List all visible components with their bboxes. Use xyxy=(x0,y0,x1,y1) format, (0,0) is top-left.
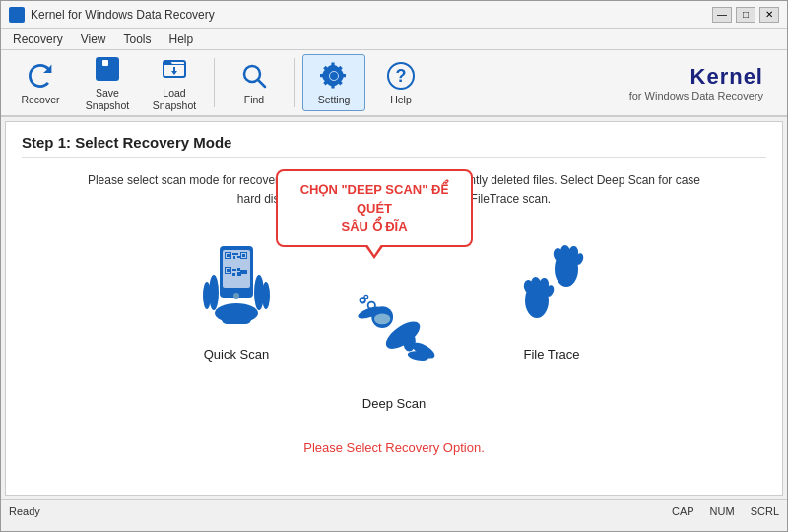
quick-scan-option[interactable]: Quick Scan xyxy=(187,238,286,362)
svg-rect-2 xyxy=(102,60,108,66)
svg-line-6 xyxy=(258,80,265,87)
scrl-indicator: SCRL xyxy=(751,505,779,517)
toolbar-separator-2 xyxy=(294,58,295,107)
file-trace-option[interactable]: File Trace xyxy=(502,238,601,362)
main-content: Step 1: Select Recovery Mode Please sele… xyxy=(5,121,783,496)
load-snapshot-button[interactable]: Load Snapshot xyxy=(143,54,206,111)
file-trace-label: File Trace xyxy=(523,347,579,362)
load-snapshot-icon xyxy=(159,53,190,85)
menu-tools[interactable]: Tools xyxy=(115,31,159,48)
svg-rect-21 xyxy=(232,253,235,255)
svg-rect-3 xyxy=(99,71,115,78)
load-snapshot-label: Load Snapshot xyxy=(146,87,203,111)
svg-point-7 xyxy=(330,72,338,80)
deep-scan-label: Deep Scan xyxy=(362,396,426,411)
quick-scan-label: Quick Scan xyxy=(204,347,269,362)
help-label: Help xyxy=(390,94,412,106)
status-ready: Ready xyxy=(9,505,40,517)
find-icon xyxy=(238,60,270,92)
brand: Kernel for Windows Data Recovery xyxy=(629,64,779,101)
toolbar-separator-1 xyxy=(214,58,215,107)
recover-button[interactable]: Recover xyxy=(9,54,72,111)
window-controls: — □ ✕ xyxy=(712,7,779,23)
save-snapshot-label: Save Snapshot xyxy=(79,87,136,111)
deep-scan-option[interactable]: CHỌN "DEEP SCAN" ĐỂ QUÉTSÂU Ổ ĐĨA xyxy=(345,288,443,411)
find-button[interactable]: Find xyxy=(223,54,286,111)
setting-icon xyxy=(318,60,350,92)
setting-label: Setting xyxy=(318,94,351,106)
save-snapshot-button[interactable]: Save Snapshot xyxy=(76,54,139,111)
minimize-button[interactable]: — xyxy=(712,7,732,23)
menu-recovery[interactable]: Recovery xyxy=(5,31,71,48)
svg-rect-20 xyxy=(227,269,230,272)
recover-icon xyxy=(25,60,56,92)
file-trace-icon xyxy=(502,238,601,337)
svg-point-46 xyxy=(364,295,368,299)
cap-indicator: CAP xyxy=(672,505,694,517)
toolbar: Recover Save Snapshot xyxy=(1,50,787,117)
svg-rect-14 xyxy=(227,254,230,257)
svg-text:?: ? xyxy=(396,66,407,86)
title-bar: Kernel for Windows Data Recovery — □ ✕ xyxy=(1,1,787,29)
menu-help[interactable]: Help xyxy=(162,31,202,48)
maximize-button[interactable]: □ xyxy=(736,7,755,23)
svg-rect-27 xyxy=(240,270,247,274)
svg-rect-28 xyxy=(232,273,235,276)
app-icon xyxy=(9,7,25,23)
find-label: Find xyxy=(244,94,264,106)
save-snapshot-icon xyxy=(92,53,123,85)
svg-point-39 xyxy=(374,313,390,324)
menu-view[interactable]: View xyxy=(73,31,114,48)
svg-rect-24 xyxy=(237,256,240,258)
svg-point-33 xyxy=(203,282,211,309)
quick-scan-icon xyxy=(187,238,286,337)
status-right: CAP NUM SCRL xyxy=(672,505,779,517)
svg-rect-26 xyxy=(237,268,240,271)
bubble-text: CHỌN "DEEP SCAN" ĐỂ QUÉTSÂU Ổ ĐĨA xyxy=(300,182,449,233)
scan-options: Quick Scan CHỌN "DEEP SCAN" ĐỂ QUÉTSÂU Ổ… xyxy=(22,238,766,411)
brand-name: Kernel xyxy=(629,64,763,90)
svg-rect-29 xyxy=(237,272,241,276)
svg-rect-25 xyxy=(232,269,236,271)
svg-rect-22 xyxy=(235,253,238,255)
recover-label: Recover xyxy=(21,94,59,106)
svg-rect-36 xyxy=(222,312,251,324)
status-message: Please Select Recovery Option. xyxy=(22,440,766,455)
svg-rect-17 xyxy=(242,254,245,257)
svg-rect-23 xyxy=(233,256,235,259)
brand-subtitle: for Windows Data Recovery xyxy=(629,90,763,101)
app-title: Kernel for Windows Data Recovery xyxy=(31,8,215,22)
help-button[interactable]: ? Help xyxy=(369,54,432,111)
step-title: Step 1: Select Recovery Mode xyxy=(22,134,766,158)
svg-point-34 xyxy=(262,282,270,309)
svg-point-30 xyxy=(233,293,239,299)
menu-bar: Recovery View Tools Help xyxy=(1,29,787,50)
deep-scan-icon xyxy=(345,288,443,386)
num-indicator: NUM xyxy=(710,505,735,517)
speech-bubble: CHỌN "DEEP SCAN" ĐỂ QUÉTSÂU Ổ ĐĨA xyxy=(276,169,473,247)
setting-button[interactable]: Setting xyxy=(302,54,365,111)
help-icon: ? xyxy=(385,60,417,92)
status-bar: Ready CAP NUM SCRL xyxy=(1,499,787,521)
close-button[interactable]: ✕ xyxy=(759,7,779,23)
